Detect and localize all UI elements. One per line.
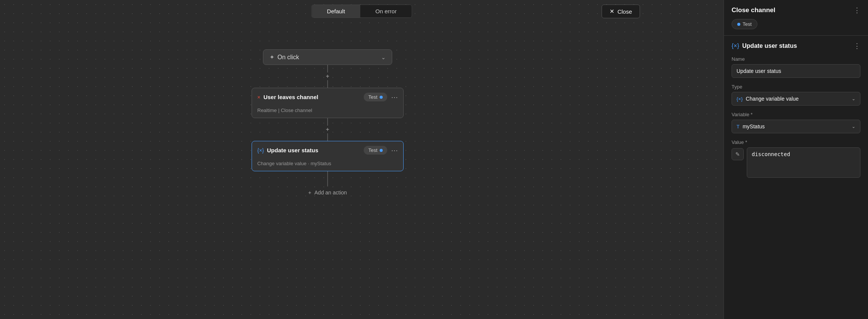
variable-select-icon: T bbox=[737, 124, 740, 129]
connector-3 bbox=[327, 171, 328, 186]
panel-update-header: {×} Update user status ⋮ bbox=[732, 42, 860, 50]
trigger-box[interactable]: ✦ On click ⌄ bbox=[263, 49, 392, 65]
panel-close-channel-section: Close channel ⋮ Test bbox=[724, 0, 868, 36]
right-panel: Close channel ⋮ Test {×} Update user sta… bbox=[724, 0, 868, 319]
value-edit-icon: ✎ bbox=[735, 151, 740, 157]
type-select-icon: {×} bbox=[737, 96, 743, 102]
type-field-label: Type bbox=[732, 84, 860, 90]
panel-close-channel-header: Close channel ⋮ bbox=[732, 6, 860, 14]
panel-close-channel-title: Close channel bbox=[732, 6, 775, 14]
type-select-left: {×} Change variable value bbox=[737, 96, 799, 102]
add-action-button[interactable]: + Add an action bbox=[302, 186, 353, 199]
connector-2: + bbox=[325, 118, 330, 141]
test-badge-label-1: Test bbox=[368, 94, 377, 100]
value-icon-button[interactable]: ✎ bbox=[732, 148, 744, 160]
value-textarea[interactable]: disconnected bbox=[747, 147, 860, 178]
type-field-select[interactable]: {×} Change variable value ⌄ bbox=[732, 92, 860, 106]
node-user-leaves-channel-title: User leaves channel bbox=[263, 94, 318, 100]
connector-line-6 bbox=[327, 179, 328, 186]
add-between-node1-node2[interactable]: + bbox=[325, 126, 330, 133]
panel-update-title: Update user status bbox=[742, 43, 797, 49]
add-action-label: Add an action bbox=[314, 190, 347, 196]
connector-line-1 bbox=[327, 65, 328, 73]
value-field-group: Value * ✎ disconnected bbox=[732, 139, 860, 178]
node-user-leaves-channel-title-row: × User leaves channel bbox=[257, 94, 318, 100]
value-field-label: Value * bbox=[732, 139, 860, 145]
node-user-leaves-channel-test-badge[interactable]: Test bbox=[364, 93, 387, 101]
node-user-leaves-channel-icon: × bbox=[257, 94, 260, 100]
variable-chevron-icon: ⌄ bbox=[852, 124, 855, 129]
type-select-value: Change variable value bbox=[746, 96, 798, 102]
tab-on-error[interactable]: On error bbox=[360, 5, 412, 17]
node-update-user-status-icon: {×} bbox=[257, 147, 264, 153]
node-update-user-status[interactable]: {×} Update user status Test ⋯ Change var… bbox=[252, 141, 404, 171]
variable-select-left: T myStatus bbox=[737, 123, 765, 129]
test-badge-label-2: Test bbox=[368, 147, 377, 153]
node-update-user-status-more[interactable]: ⋯ bbox=[391, 146, 398, 155]
node-update-user-status-title: Update user status bbox=[267, 147, 318, 153]
name-field-group: Name bbox=[732, 56, 860, 78]
variable-field-group: Variable * T myStatus ⌄ bbox=[732, 112, 860, 133]
panel-close-channel-more[interactable]: ⋮ bbox=[854, 6, 860, 14]
canvas-area: Default On error ✕ Close ✦ On click ⌄ + … bbox=[0, 0, 724, 319]
type-field-group: Type {×} Change variable value ⌄ bbox=[732, 84, 860, 106]
add-between-trigger-node1[interactable]: + bbox=[325, 73, 330, 80]
close-button[interactable]: ✕ Close bbox=[602, 5, 640, 18]
connector-line-5 bbox=[327, 171, 328, 179]
flow-area: ✦ On click ⌄ + × User leaves channel Tes… bbox=[0, 27, 655, 319]
name-field-label: Name bbox=[732, 56, 860, 62]
test-dot-2 bbox=[380, 149, 383, 152]
close-button-label: Close bbox=[618, 8, 632, 15]
connector-1: + bbox=[325, 65, 330, 88]
panel-update-more[interactable]: ⋮ bbox=[854, 42, 860, 50]
name-field-input[interactable] bbox=[732, 64, 860, 78]
panel-update-title-row: {×} Update user status bbox=[732, 43, 797, 49]
tab-default[interactable]: Default bbox=[312, 5, 360, 17]
node-user-leaves-channel[interactable]: × User leaves channel Test ⋯ Realtime | … bbox=[252, 88, 404, 118]
node-update-user-status-title-row: {×} Update user status bbox=[257, 147, 318, 153]
node-user-leaves-channel-subtitle: Realtime | Close channel bbox=[257, 107, 312, 113]
node-update-user-status-body: Change variable value · myStatus bbox=[252, 159, 403, 171]
type-chevron-icon: ⌄ bbox=[852, 96, 855, 101]
node-update-user-status-header: {×} Update user status Test ⋯ bbox=[252, 141, 403, 159]
panel-update-status-section: {×} Update user status ⋮ Name Type {×} C… bbox=[724, 36, 868, 319]
node-user-leaves-channel-body: Realtime | Close channel bbox=[252, 106, 403, 118]
node-user-leaves-channel-header: × User leaves channel Test ⋯ bbox=[252, 88, 403, 106]
panel-close-channel-test-dot bbox=[737, 23, 740, 26]
node-update-user-status-right: Test ⋯ bbox=[364, 146, 398, 155]
connector-line-4 bbox=[327, 133, 328, 141]
trigger-label: On click bbox=[277, 54, 299, 61]
node-user-leaves-channel-right: Test ⋯ bbox=[364, 93, 398, 101]
panel-close-channel-test-label: Test bbox=[743, 21, 752, 27]
variable-select-value: myStatus bbox=[743, 123, 765, 129]
add-action-plus-icon: + bbox=[308, 190, 311, 196]
variable-field-select[interactable]: T myStatus ⌄ bbox=[732, 120, 860, 133]
close-x-icon: ✕ bbox=[610, 8, 615, 15]
value-row: ✎ disconnected bbox=[732, 147, 860, 178]
panel-update-icon: {×} bbox=[732, 43, 739, 49]
panel-close-channel-test-badge[interactable]: Test bbox=[732, 19, 757, 29]
top-tabs: Default On error bbox=[311, 5, 412, 18]
variable-field-label: Variable * bbox=[732, 112, 860, 117]
chevron-down-icon: ⌄ bbox=[381, 54, 386, 60]
trigger-left: ✦ On click bbox=[269, 54, 299, 61]
node-update-user-status-test-badge[interactable]: Test bbox=[364, 146, 387, 155]
connector-line-3 bbox=[327, 118, 328, 126]
test-dot-1 bbox=[380, 96, 383, 99]
node-update-user-status-subtitle: Change variable value · myStatus bbox=[257, 161, 331, 166]
node-user-leaves-channel-more[interactable]: ⋯ bbox=[391, 93, 398, 101]
trigger-icon: ✦ bbox=[269, 54, 274, 61]
connector-line-2 bbox=[327, 80, 328, 88]
